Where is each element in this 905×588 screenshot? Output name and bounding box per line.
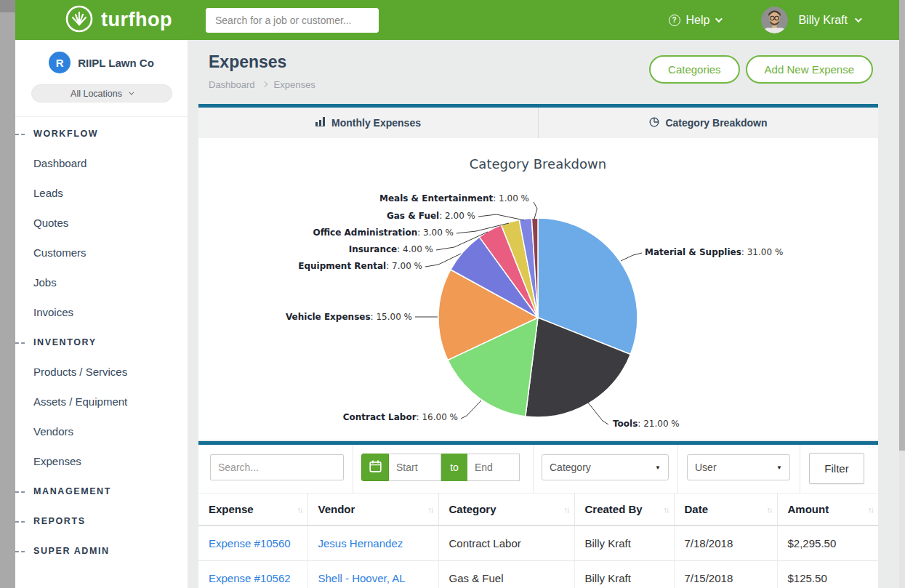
pie-label-office-administration: Office Administration: 3.00 % xyxy=(313,227,454,238)
cell-category: Contract Labor xyxy=(438,525,574,561)
sidebar-item-jobs[interactable]: Jobs xyxy=(15,267,188,297)
section-dashes-icon xyxy=(15,521,25,523)
calendar-button[interactable] xyxy=(361,454,389,481)
filter-button[interactable]: Filter xyxy=(809,453,864,484)
link-vendor[interactable]: Jesus Hernandez xyxy=(318,537,403,549)
sidebar-section-workflow[interactable]: WORKFLOW xyxy=(15,118,188,148)
chevron-right-icon xyxy=(261,81,267,87)
sidebar-item-assets-equipment[interactable]: Assets / Equipment xyxy=(15,387,188,416)
sidebar-section-super-admin[interactable]: SUPER ADMIN xyxy=(15,536,188,565)
date-range-filter: to xyxy=(361,454,520,481)
caret-down-icon: ▼ xyxy=(655,464,661,471)
link-vendor[interactable]: Shell - Hoover, AL xyxy=(318,572,406,584)
help-label: Help xyxy=(686,14,710,27)
tab-category-breakdown[interactable]: Category Breakdown xyxy=(538,108,878,138)
column-header-created-by[interactable]: Created By↑↓ xyxy=(574,494,674,526)
expenses-table: Expense↑↓Vendor↑↓Category↑↓Created By↑↓D… xyxy=(198,493,878,588)
link-expense[interactable]: Expense #10562 xyxy=(209,572,291,584)
breadcrumb-parent[interactable]: Dashboard xyxy=(209,79,255,90)
breadcrumb: Dashboard Expenses xyxy=(209,78,315,91)
cell-vendor: Shell - Hoover, AL xyxy=(307,561,438,588)
column-header-date[interactable]: Date↑↓ xyxy=(674,494,777,526)
sort-arrows-icon[interactable]: ↑↓ xyxy=(664,505,669,514)
grass-logo-icon xyxy=(65,4,94,36)
question-circle-icon: ? xyxy=(669,15,680,26)
sidebar-section-management[interactable]: MANAGEMENT xyxy=(15,476,188,506)
sidebar-item-customers[interactable]: Customers xyxy=(15,238,188,267)
cell-vendor: Jesus Hernandez xyxy=(307,525,438,561)
sidebar-section-reports[interactable]: REPORTS xyxy=(15,506,188,536)
sidebar-item-quotes[interactable]: Quotes xyxy=(15,208,188,238)
company-avatar: R xyxy=(49,52,71,73)
sidebar-item-dashboard[interactable]: Dashboard xyxy=(15,148,188,178)
section-dashes-icon xyxy=(15,491,25,493)
sidebar-item-products-services[interactable]: Products / Services xyxy=(15,357,188,387)
pie-label-meals-entertainment: Meals & Entertainment: 1.00 % xyxy=(379,193,529,204)
expenses-grid-panel: to Category ▼ User ▼ Filter Expense↑↓Ven… xyxy=(198,441,878,588)
brand-name: turfhop xyxy=(101,9,172,31)
pie-label-tools: Tools: 21.00 % xyxy=(613,419,680,429)
user-menu[interactable]: Billy Kraft xyxy=(798,14,860,27)
pie-label-line xyxy=(461,400,481,419)
cell-amount: $125.50 xyxy=(777,561,878,588)
chart-tabs: Monthly ExpensesCategory Breakdown xyxy=(198,108,878,138)
sidebar: R RIIPL Lawn Co All Locations WORKFLOWDa… xyxy=(15,40,188,588)
company-header: R RIIPL Lawn Co xyxy=(15,40,188,73)
pie-label-material-supplies: Material & Supplies: 31.00 % xyxy=(645,247,783,257)
sort-arrows-icon[interactable]: ↑↓ xyxy=(564,505,569,514)
section-dashes-icon xyxy=(15,551,25,552)
date-end-input[interactable] xyxy=(467,454,520,481)
pie-label-contract-labor: Contract Labor: 16.00 % xyxy=(343,412,458,422)
date-to-label: to xyxy=(441,454,467,481)
cell-created_by: Billy Kraft xyxy=(574,525,674,561)
cell-expense: Expense #10562 xyxy=(198,561,307,588)
date-start-input[interactable] xyxy=(389,454,441,481)
sidebar-item-leads[interactable]: Leads xyxy=(15,178,188,208)
cell-category: Gas & Fuel xyxy=(438,561,574,588)
sort-arrows-icon[interactable]: ↑↓ xyxy=(428,505,433,514)
table-row: Expense #10562Shell - Hoover, ALGas & Fu… xyxy=(198,561,878,588)
cell-created_by: Billy Kraft xyxy=(574,561,674,588)
cell-expense: Expense #10560 xyxy=(198,525,307,561)
sidebar-nav: WORKFLOWDashboardLeadsQuotesCustomersJob… xyxy=(15,117,188,565)
table-search-input[interactable] xyxy=(210,454,344,480)
user-avatar[interactable] xyxy=(761,7,788,33)
sort-arrows-icon[interactable]: ↑↓ xyxy=(297,505,302,514)
global-search-input[interactable] xyxy=(206,8,379,33)
main-content: Expenses Dashboard Expenses CategoriesAd… xyxy=(188,40,899,588)
link-expense[interactable]: Expense #10560 xyxy=(209,537,291,549)
tab-monthly-expenses[interactable]: Monthly Expenses xyxy=(198,108,538,138)
cell-amount: $2,295.50 xyxy=(777,525,878,561)
user-select[interactable]: User ▼ xyxy=(687,454,790,480)
location-selector[interactable]: All Locations xyxy=(31,84,172,102)
sidebar-section-inventory[interactable]: INVENTORY xyxy=(15,327,188,357)
sidebar-item-invoices[interactable]: Invoices xyxy=(15,297,188,327)
column-header-vendor[interactable]: Vendor↑↓ xyxy=(307,494,438,526)
sort-arrows-icon[interactable]: ↑↓ xyxy=(767,505,772,514)
chevron-down-icon xyxy=(715,15,723,23)
page-scrollbar[interactable] xyxy=(899,0,905,588)
column-header-expense[interactable]: Expense↑↓ xyxy=(198,494,307,526)
pie-label-gas-fuel: Gas & Fuel: 2.00 % xyxy=(387,211,475,221)
sidebar-item-expenses[interactable]: Expenses xyxy=(15,446,188,476)
pie-label-line xyxy=(478,214,524,220)
table-row: Expense #10560Jesus HernandezContract La… xyxy=(198,525,878,561)
page-actions: CategoriesAdd New Expense xyxy=(649,55,873,91)
section-dashes-icon xyxy=(15,342,25,344)
sort-arrows-icon[interactable]: ↑↓ xyxy=(868,505,873,514)
categories-button[interactable]: Categories xyxy=(649,55,740,84)
calendar-icon xyxy=(369,459,382,475)
expenses-chart-panel: Monthly ExpensesCategory Breakdown Categ… xyxy=(198,104,878,440)
help-menu[interactable]: ? Help xyxy=(669,14,721,27)
pie-label-line xyxy=(534,202,537,219)
brand-logo[interactable]: turfhop xyxy=(65,4,172,36)
bar-chart-icon xyxy=(315,117,326,129)
column-header-category[interactable]: Category↑↓ xyxy=(438,494,574,526)
column-header-amount[interactable]: Amount↑↓ xyxy=(777,494,878,526)
company-name: RIIPL Lawn Co xyxy=(78,57,154,69)
section-dashes-icon xyxy=(15,134,25,135)
category-select[interactable]: Category ▼ xyxy=(542,454,669,480)
sidebar-item-vendors[interactable]: Vendors xyxy=(15,416,188,446)
top-bar: turfhop ? Help xyxy=(15,0,899,40)
add-new-expense-button[interactable]: Add New Expense xyxy=(746,55,873,84)
